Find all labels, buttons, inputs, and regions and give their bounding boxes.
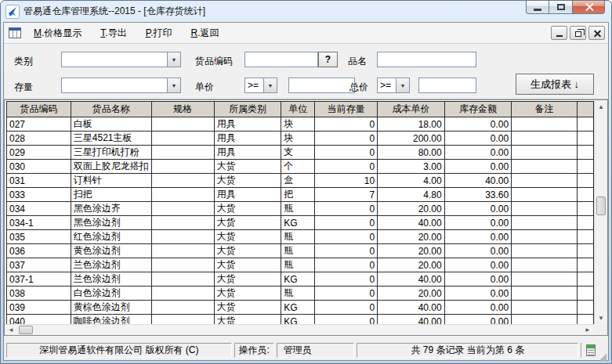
cell-category[interactable]: 大货: [214, 272, 281, 287]
cell-note[interactable]: [512, 315, 578, 325]
table-row[interactable]: 038白色涂边剂大货瓶020.000.00: [7, 287, 594, 301]
cell-amount[interactable]: 0.00: [444, 315, 512, 325]
name-input[interactable]: [377, 52, 476, 67]
cell-unit[interactable]: KG: [281, 272, 315, 287]
document-icon[interactable]: [9, 27, 21, 38]
cell-price[interactable]: 40.00: [378, 301, 445, 315]
cell-name[interactable]: 咖啡色涂边剂: [71, 315, 151, 325]
vertical-scroll-thumb[interactable]: [596, 196, 606, 215]
cell-price[interactable]: 200.00: [378, 132, 445, 146]
cell-note[interactable]: [512, 258, 578, 272]
cell-unit[interactable]: 瓶: [281, 230, 315, 244]
cell-unit[interactable]: 个: [281, 160, 315, 174]
cell-name[interactable]: 白色涂边剂: [71, 287, 151, 301]
cell-extra[interactable]: [578, 117, 594, 132]
vertical-scroll-track[interactable]: [595, 113, 607, 312]
cell-unit[interactable]: 瓶: [281, 287, 315, 301]
cell-qty[interactable]: 0: [315, 258, 378, 272]
cell-amount[interactable]: 0.00: [444, 202, 512, 216]
table-row[interactable]: 033扫把用具把74.8033.60: [7, 188, 594, 202]
cell-spec[interactable]: [151, 132, 214, 146]
cell-category[interactable]: 大货: [214, 160, 281, 174]
cell-qty[interactable]: 0: [315, 244, 378, 258]
chevron-down-icon[interactable]: ▼: [263, 78, 277, 92]
table-row[interactable]: 029三星打印机打粉用具支080.000.00: [7, 146, 594, 160]
cell-unit[interactable]: 瓶: [281, 202, 315, 216]
cell-spec[interactable]: [151, 244, 214, 258]
column-header-spec[interactable]: 规格: [151, 102, 214, 117]
cell-code[interactable]: 040: [7, 315, 71, 325]
cell-category[interactable]: 大货: [214, 315, 281, 325]
cell-qty[interactable]: 0: [315, 132, 378, 146]
cell-price[interactable]: 40.00: [378, 216, 445, 230]
cell-amount[interactable]: 0.00: [444, 244, 512, 258]
cell-note[interactable]: [512, 188, 578, 202]
cell-name[interactable]: 三星4521主板: [71, 132, 151, 146]
cell-spec[interactable]: [151, 287, 214, 301]
mdi-restore-button[interactable]: [570, 26, 586, 40]
cell-name[interactable]: 红色涂边剂: [71, 230, 151, 244]
cell-note[interactable]: [512, 160, 578, 174]
cell-price[interactable]: 80.00: [378, 146, 445, 160]
cell-price[interactable]: 4.80: [378, 188, 445, 202]
cell-category[interactable]: 大货: [214, 230, 281, 244]
code-help-button[interactable]: ?: [318, 52, 338, 67]
cell-price[interactable]: 20.00: [378, 202, 445, 216]
column-header-name[interactable]: 货品名称: [71, 102, 151, 117]
cell-name[interactable]: 白板: [71, 117, 151, 132]
cell-spec[interactable]: [151, 174, 214, 188]
horizontal-scrollbar[interactable]: ◄ ►: [5, 324, 594, 335]
cell-name[interactable]: 兰色涂边剂: [71, 258, 151, 272]
minimize-button[interactable]: [526, 1, 549, 14]
cell-price[interactable]: 20.00: [378, 230, 445, 244]
table-row[interactable]: 036黄色涂边剂大货瓶020.000.00: [7, 244, 594, 258]
chevron-down-icon[interactable]: ▼: [167, 78, 180, 92]
cell-unit[interactable]: 把: [281, 188, 315, 202]
cell-category[interactable]: 大货: [214, 174, 281, 188]
cell-price[interactable]: 40.00: [378, 272, 445, 287]
cell-extra[interactable]: [578, 146, 594, 160]
cell-code[interactable]: 037-1: [7, 272, 71, 287]
cell-category[interactable]: 大货: [214, 244, 281, 258]
cell-code[interactable]: 038: [7, 287, 71, 301]
cell-name[interactable]: 三星打印机打粉: [71, 146, 151, 160]
cell-price[interactable]: 4.00: [378, 174, 445, 188]
cell-spec[interactable]: [151, 272, 214, 287]
cell-extra[interactable]: [578, 174, 594, 188]
cell-unit[interactable]: 瓶: [281, 244, 315, 258]
cell-amount[interactable]: 0.00: [444, 146, 512, 160]
cell-note[interactable]: [512, 202, 578, 216]
cell-code[interactable]: 029: [7, 146, 71, 160]
cell-name[interactable]: 订料针: [71, 174, 151, 188]
horizontal-scroll-thumb[interactable]: [19, 326, 33, 334]
unit-price-input[interactable]: [288, 77, 355, 93]
cell-category[interactable]: 用具: [214, 146, 281, 160]
menu-item-price-display[interactable]: M.价格显示: [27, 25, 88, 41]
cell-code[interactable]: 035: [7, 230, 71, 244]
category-select[interactable]: ▼: [61, 52, 181, 67]
table-row[interactable]: 039黄棕色涂边剂大货KG040.000.00: [7, 301, 594, 315]
cell-amount[interactable]: 0.00: [444, 160, 512, 174]
cell-category[interactable]: 大货: [214, 216, 281, 230]
unit-price-op-select[interactable]: >= ▼: [244, 77, 277, 93]
cell-qty[interactable]: 0: [315, 301, 378, 315]
cell-price[interactable]: 20.00: [378, 258, 445, 272]
cell-category[interactable]: 大货: [214, 258, 281, 272]
cell-spec[interactable]: [151, 230, 214, 244]
column-header-unit[interactable]: 单位: [281, 102, 315, 117]
cell-amount[interactable]: 0.00: [444, 272, 512, 287]
cell-note[interactable]: [512, 230, 578, 244]
cell-extra[interactable]: [578, 315, 594, 325]
cell-extra[interactable]: [578, 216, 594, 230]
table-row[interactable]: 040咖啡色涂边剂大货KG040.000.00: [7, 315, 594, 325]
cell-extra[interactable]: [578, 230, 594, 244]
cell-category[interactable]: 用具: [214, 188, 281, 202]
cell-code[interactable]: 034-1: [7, 216, 71, 230]
cell-qty[interactable]: 0: [315, 287, 378, 301]
cell-unit[interactable]: 盒: [281, 174, 315, 188]
table-row[interactable]: 027白板用具块018.000.00: [7, 117, 594, 132]
scroll-right-icon[interactable]: ►: [581, 325, 594, 336]
scroll-up-icon[interactable]: ▲: [595, 100, 607, 113]
cell-name[interactable]: 黑色涂边齐: [71, 202, 151, 216]
cell-qty[interactable]: 0: [315, 315, 378, 325]
